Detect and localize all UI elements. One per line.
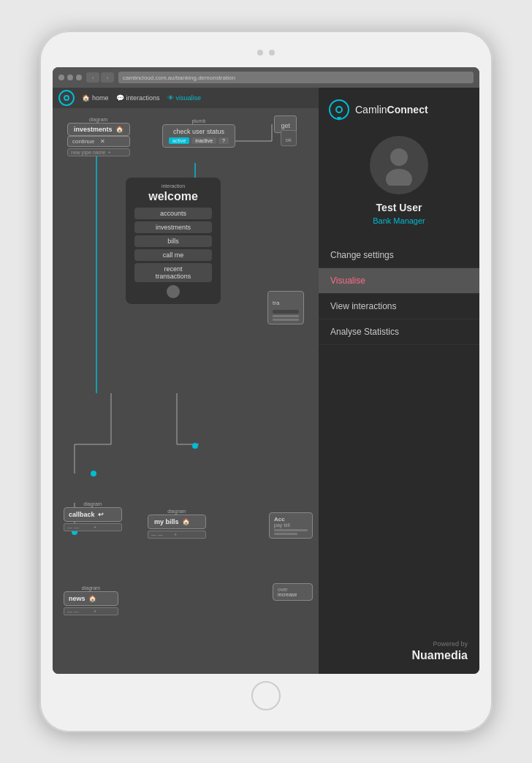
camlin-brand-title: CamlinConnect bbox=[355, 104, 428, 115]
browser-url-bar[interactable]: camlincloud.com.au/banking.demonstration bbox=[118, 72, 474, 83]
powered-by-footer: Powered by Nuamedia bbox=[319, 633, 479, 674]
callback-pipe: — — + bbox=[64, 523, 122, 531]
plumb-label: plumb bbox=[162, 118, 235, 124]
mybills-title: my bills bbox=[154, 518, 179, 525]
svg-point-9 bbox=[192, 443, 198, 449]
over-label: over bbox=[278, 587, 308, 592]
tra-node: tra bbox=[267, 291, 304, 324]
browser-nav: ‹ › bbox=[86, 72, 114, 83]
mybills-diagram-label: diagram bbox=[148, 509, 206, 514]
home-nav-icon: 🏠 bbox=[82, 94, 90, 102]
right-panel: CamlinConnect Test User Bank Manager bbox=[319, 88, 479, 674]
menu-visualise[interactable]: Visualise bbox=[319, 268, 479, 294]
checkstatus-box: check user status active inactive ? bbox=[162, 124, 235, 148]
forward-button[interactable]: › bbox=[101, 72, 114, 83]
over-node: over increase bbox=[273, 583, 313, 601]
tra-bar-2 bbox=[273, 319, 299, 321]
interactions-nav-icon: 💬 bbox=[116, 94, 124, 102]
user-name: Test User bbox=[376, 202, 422, 213]
callback-add-icon[interactable]: + bbox=[94, 525, 96, 530]
add-pipe-icon[interactable]: + bbox=[107, 150, 110, 155]
checkstatus-title: check user status bbox=[169, 128, 229, 135]
tra-box: tra bbox=[267, 291, 304, 324]
over-box: over increase bbox=[273, 583, 313, 601]
browser-chrome: ‹ › camlincloud.com.au/banking.demonstra… bbox=[53, 67, 479, 88]
mybills-node[interactable]: diagram my bills 🏠 — — + bbox=[148, 509, 206, 539]
app-nav: 🏠 home 💬 interactions 👁 visualise bbox=[53, 88, 319, 108]
news-add-icon[interactable]: + bbox=[94, 609, 96, 614]
tablet-home-button[interactable] bbox=[251, 681, 281, 710]
right-panel-header: CamlinConnect bbox=[319, 88, 479, 129]
menu-recent-transactions[interactable]: recenttransactions bbox=[134, 263, 212, 282]
menu-change-settings[interactable]: Change settings bbox=[319, 243, 479, 268]
callback-refresh-icon[interactable]: ↩ bbox=[98, 511, 104, 518]
over-sublabel: increase bbox=[278, 592, 308, 597]
mybills-add-icon[interactable]: + bbox=[174, 532, 177, 537]
nav-home-label: home bbox=[92, 94, 109, 102]
avatar bbox=[370, 136, 428, 194]
mybills-home-icon: 🏠 bbox=[182, 518, 190, 525]
browser-dot-3 bbox=[76, 75, 82, 80]
menu-bills[interactable]: bills bbox=[134, 235, 212, 247]
left-panel: 🏠 home 💬 interactions 👁 visualise bbox=[53, 88, 319, 674]
news-node[interactable]: diagram news 🏠 — — + bbox=[64, 585, 118, 615]
user-role: Bank Manager bbox=[373, 216, 425, 225]
welcome-box: interaction welcome accounts investments… bbox=[126, 178, 221, 304]
url-text: camlincloud.com.au/banking.demonstration bbox=[123, 75, 235, 81]
pipe-placeholder: new pipe name bbox=[71, 150, 105, 155]
ok-node: ok bbox=[281, 130, 297, 146]
investments-title: investments bbox=[74, 126, 113, 133]
investments-node-box: investments 🏠 bbox=[67, 123, 130, 136]
ok-box: ok bbox=[281, 130, 297, 146]
tra-label: tra bbox=[273, 300, 279, 306]
menu-call-me[interactable]: call me bbox=[134, 249, 212, 261]
menu-analyse-statistics[interactable]: Analyse Statistics bbox=[319, 319, 479, 345]
avatar-silhouette bbox=[381, 145, 417, 186]
mybills-pipe-lines: — — bbox=[151, 532, 163, 537]
status-question-btn[interactable]: ? bbox=[218, 137, 229, 144]
interaction-label: interaction bbox=[134, 183, 212, 189]
back-button[interactable]: ‹ bbox=[86, 72, 99, 83]
diagram-canvas: diagram investments 🏠 continue ✕ new pi bbox=[53, 108, 319, 674]
tablet-top-bar bbox=[53, 45, 479, 60]
status-active-btn[interactable]: active bbox=[169, 137, 189, 144]
menu-view-interactions[interactable]: View interactions bbox=[319, 294, 479, 319]
news-diagram-label: diagram bbox=[64, 585, 118, 591]
nav-visualise-label: visualise bbox=[176, 94, 202, 102]
tra-bar bbox=[273, 310, 299, 314]
checkstatus-node[interactable]: plumb check user status active inactive … bbox=[162, 118, 235, 148]
get-label: get bbox=[281, 122, 290, 129]
news-pipe: — — + bbox=[64, 607, 118, 615]
status-buttons: active inactive ? bbox=[169, 137, 229, 144]
tra-bar-1 bbox=[273, 315, 299, 317]
menu-list: Change settings Visualise View interacti… bbox=[319, 237, 479, 633]
nav-item-home[interactable]: 🏠 home bbox=[82, 94, 109, 102]
screen-content: 🏠 home 💬 interactions 👁 visualise bbox=[53, 88, 479, 674]
acc-bar-1 bbox=[274, 529, 308, 531]
investments-home-icon: 🏠 bbox=[115, 126, 123, 133]
nav-item-visualise[interactable]: 👁 visualise bbox=[167, 94, 202, 102]
acc-label: Acc bbox=[274, 516, 308, 523]
investments-node[interactable]: diagram investments 🏠 continue ✕ new pi bbox=[67, 117, 130, 156]
status-inactive-btn[interactable]: inactive bbox=[191, 137, 216, 144]
nav-item-interactions[interactable]: 💬 interactions bbox=[116, 94, 160, 102]
menu-investments[interactable]: investments bbox=[134, 221, 212, 233]
pipe-row: new pipe name + bbox=[67, 148, 130, 156]
camera-dot-2 bbox=[269, 50, 275, 56]
camlin-logo-inner bbox=[335, 106, 343, 113]
ok-label: ok bbox=[286, 137, 292, 143]
welcome-title: welcome bbox=[134, 190, 212, 203]
continue-label: continue bbox=[72, 138, 94, 145]
news-home-icon: 🏠 bbox=[88, 595, 96, 602]
svg-point-12 bbox=[390, 148, 408, 166]
close-icon[interactable]: ✕ bbox=[100, 138, 105, 145]
acc-sublabel: pay bill bbox=[274, 523, 308, 528]
acc-bar-2 bbox=[274, 533, 297, 535]
camlin-logo-pin bbox=[337, 117, 341, 121]
menu-accounts[interactable]: accounts bbox=[134, 208, 212, 219]
continue-row[interactable]: continue ✕ bbox=[67, 136, 130, 147]
news-pipe-lines: — — bbox=[67, 609, 79, 614]
welcome-node[interactable]: interaction welcome accounts investments… bbox=[126, 178, 221, 304]
callback-node[interactable]: diagram callback ↩ — — + bbox=[64, 501, 122, 531]
tablet-screen: ‹ › camlincloud.com.au/banking.demonstra… bbox=[53, 67, 479, 674]
